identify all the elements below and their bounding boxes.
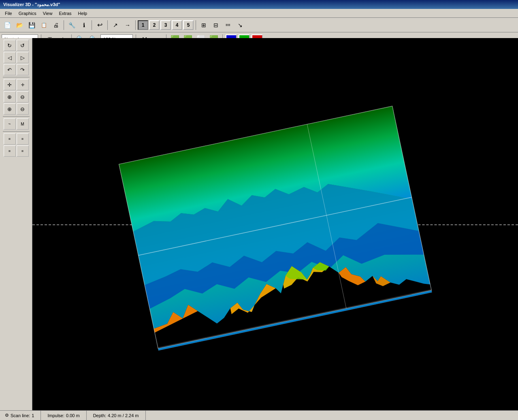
tilt-left-button[interactable]: ↶ <box>4 64 16 75</box>
menu-graphics[interactable]: Graphics <box>15 10 40 17</box>
lines1-row: ≡ ≡ <box>4 133 29 145</box>
zoom-row: ⊕ ⊖ <box>4 103 29 115</box>
scale-down-button[interactable]: ⊖ <box>17 91 29 102</box>
tab3-button[interactable]: 3 <box>160 20 171 30</box>
menu-help[interactable]: Help <box>75 10 91 17</box>
new-button[interactable]: 📄 <box>2 20 13 30</box>
separator3 <box>107 20 108 30</box>
tab1-button[interactable]: 1 <box>138 20 148 30</box>
menu-bar: File Graphics View Extras Help <box>0 9 518 18</box>
pan-row: ◁ ▷ <box>4 52 29 63</box>
print-icon: 🖨 <box>53 22 59 28</box>
separator2 <box>92 20 92 30</box>
title-text: Visualizer 3D - "محمود.v3d" <box>3 2 60 7</box>
pan-right-button[interactable]: ▷ <box>17 52 29 63</box>
scan-line-section: ⚙ Scan line: 1 <box>3 411 41 420</box>
depth-section: Depth: 4.20 m / 2.24 m <box>87 411 146 420</box>
lines2-row: ≡ ≡ <box>4 145 29 157</box>
grid2-icon: ⊟ <box>213 22 218 28</box>
radar-svg <box>116 104 434 353</box>
tab2-button[interactable]: 2 <box>149 20 160 30</box>
info-button[interactable]: ℹ <box>78 20 90 30</box>
grid-button[interactable]: ⊞ <box>198 20 209 30</box>
move2-button[interactable]: ✛ <box>17 79 29 90</box>
impulse-section: Impulse: 0.00 m <box>41 411 86 420</box>
rotate-row: ↻ ↺ <box>4 40 29 51</box>
status-bar: ⚙ Scan line: 1 Impulse: 0.00 m Depth: 4.… <box>0 410 518 420</box>
settings-icon: 🔧 <box>68 22 75 28</box>
grid2-button[interactable]: ⊟ <box>210 20 222 30</box>
arrow1-button[interactable]: ↗ <box>110 20 121 30</box>
lt-sep1 <box>3 77 30 77</box>
settings-button[interactable]: 🔧 <box>66 20 77 30</box>
zoom-plus-button[interactable]: ⊕ <box>4 103 16 115</box>
lines2-button[interactable]: ≡ <box>17 133 29 145</box>
save-icon: 💾 <box>28 22 35 28</box>
print-button[interactable]: 🖨 <box>50 20 62 30</box>
arrow1-icon: ↗ <box>113 22 118 28</box>
depth-value: 4.20 m / 2.24 m <box>108 413 139 418</box>
move-row: ✛ ✛ <box>4 79 29 90</box>
lines-button[interactable]: ≡≡ <box>222 20 234 30</box>
rotate-cw-button[interactable]: ↻ <box>4 40 16 51</box>
move-button[interactable]: ✛ <box>4 79 16 90</box>
lines3-button[interactable]: ≡ <box>4 145 16 157</box>
lt-sep3 <box>3 131 30 132</box>
title-bar: Visualizer 3D - "محمود.v3d" <box>0 0 518 9</box>
depth-label: Depth: <box>93 413 106 418</box>
impulse-value: 0.00 m <box>66 413 80 418</box>
tab4-button[interactable]: 4 <box>172 20 182 30</box>
info-icon: ℹ <box>83 22 85 28</box>
impulse-label: Impulse: <box>47 413 64 418</box>
scan-line-value: 1 <box>32 413 34 418</box>
scan-line-label: Scan line: <box>11 413 30 418</box>
lines4-button[interactable]: ≡ <box>17 145 29 157</box>
lt-sep2 <box>3 116 30 117</box>
menu-file[interactable]: File <box>2 10 15 17</box>
wave-lt-button[interactable]: ~ <box>4 118 16 130</box>
open-button[interactable]: 📂 <box>14 20 25 30</box>
separator1 <box>64 20 64 30</box>
rotate-ccw-button[interactable]: ↺ <box>17 40 29 51</box>
tab5-button[interactable]: 5 <box>183 20 194 30</box>
scale-row: ⊕ ⊖ <box>4 91 29 102</box>
scan-icon: ⚙ <box>5 413 9 418</box>
undo-button[interactable]: ↩ <box>94 20 105 30</box>
print-preview-icon: 📋 <box>41 22 47 28</box>
menu-extras[interactable]: Extras <box>55 10 75 17</box>
left-toolbar: ↻ ↺ ◁ ▷ ↶ ↷ ✛ ✛ ⊕ ⊖ ⊕ ⊖ ~ M ≡ ≡ ≡ ≡ <box>0 38 32 410</box>
tilt-row: ↶ ↷ <box>4 64 29 75</box>
zoom-minus-button[interactable]: ⊖ <box>17 103 29 115</box>
lines-icon: ≡≡ <box>226 23 230 27</box>
scale-up-button[interactable]: ⊕ <box>4 91 16 102</box>
pan-left-button[interactable]: ◁ <box>4 52 16 63</box>
wave-row: ~ M <box>4 118 29 130</box>
separator4 <box>135 20 136 30</box>
print-preview-button[interactable]: 📋 <box>38 20 49 30</box>
toolbar1: 📄 📂 💾 📋 🖨 🔧 ℹ ↩ ↗ → 1 2 3 4 5 ⊞ ⊟ ≡≡ ↘ <box>0 18 518 32</box>
separator5 <box>196 20 196 30</box>
open-icon: 📂 <box>16 22 23 28</box>
arrow2-icon: → <box>125 22 130 28</box>
3d-visualization <box>116 104 434 353</box>
extra-button[interactable]: ↘ <box>234 20 246 30</box>
menu-view[interactable]: View <box>40 10 56 17</box>
new-icon: 📄 <box>4 22 11 28</box>
main-canvas[interactable] <box>32 38 518 410</box>
tilt-right-button[interactable]: ↷ <box>17 64 29 75</box>
measure-lt-button[interactable]: M <box>17 118 29 130</box>
lines1-button[interactable]: ≡ <box>4 133 16 145</box>
undo-icon: ↩ <box>97 21 102 29</box>
save-button[interactable]: 💾 <box>26 20 37 30</box>
grid-icon: ⊞ <box>201 22 206 28</box>
arrow2-button[interactable]: → <box>122 20 133 30</box>
extra-icon: ↘ <box>238 22 243 28</box>
